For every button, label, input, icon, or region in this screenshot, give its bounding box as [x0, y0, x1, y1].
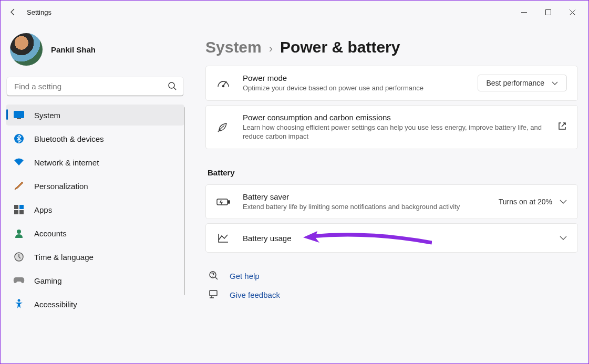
card-subtitle: Learn how choosing efficient power setti…	[243, 123, 545, 141]
sidebar-item-network[interactable]: Network & internet	[6, 152, 184, 173]
close-icon	[570, 9, 575, 15]
card-title: Battery saver	[243, 192, 486, 201]
search-box[interactable]	[7, 77, 183, 96]
card-title: Power consumption and carbon emissions	[243, 113, 545, 122]
sidebar-item-label: Accounts	[34, 229, 67, 238]
sidebar-item-label: Time & language	[34, 253, 94, 262]
svg-rect-21	[210, 290, 217, 296]
carbon-emissions-card[interactable]: Power consumption and carbon emissions L…	[205, 105, 578, 149]
svg-rect-10	[19, 205, 24, 209]
sidebar-item-gaming[interactable]: Gaming	[6, 270, 184, 291]
svg-line-5	[174, 88, 176, 90]
sidebar-item-apps[interactable]: Apps	[6, 199, 184, 220]
svg-point-4	[169, 82, 174, 88]
sidebar-item-label: Personalization	[34, 182, 88, 191]
breadcrumb: System › Power & battery	[205, 38, 578, 56]
leaf-icon	[216, 120, 230, 134]
svg-rect-11	[14, 210, 18, 214]
sidebar-item-label: Gaming	[34, 276, 62, 285]
search-icon	[168, 81, 177, 93]
arrow-left-icon	[9, 8, 17, 16]
back-button[interactable]	[5, 4, 22, 20]
search-input[interactable]	[7, 77, 183, 96]
clock-icon	[13, 251, 25, 263]
avatar	[10, 33, 43, 66]
main-content: System › Power & battery Power mode Opti…	[190, 24, 588, 363]
svg-point-15	[18, 299, 20, 302]
sidebar: Pankil Shah System Bluetooth & devices N…	[1, 24, 190, 363]
sidebar-item-label: Accessibility	[34, 300, 77, 309]
gauge-icon	[216, 76, 230, 90]
gamepad-icon	[13, 275, 25, 286]
svg-rect-7	[17, 118, 21, 119]
sidebar-item-label: System	[34, 111, 60, 120]
sidebar-item-personalization[interactable]: Personalization	[6, 175, 184, 196]
accessibility-icon	[13, 298, 25, 310]
svg-point-17	[223, 86, 224, 87]
close-button[interactable]	[560, 4, 584, 20]
svg-rect-6	[14, 111, 24, 118]
breadcrumb-root[interactable]: System	[205, 38, 262, 56]
give-feedback-link[interactable]: Give feedback	[205, 285, 578, 304]
profile-name: Pankil Shah	[51, 45, 96, 54]
dropdown-value: Best performance	[487, 79, 545, 87]
chevron-down-icon[interactable]	[560, 197, 567, 206]
title-bar: Settings	[1, 1, 588, 24]
help-links: Get help Give feedback	[205, 266, 578, 304]
battery-saver-card[interactable]: Battery saver Extend battery life by lim…	[205, 184, 578, 220]
profile-block[interactable]: Pankil Shah	[5, 24, 185, 77]
power-mode-dropdown[interactable]: Best performance	[478, 75, 567, 91]
svg-rect-19	[228, 201, 230, 203]
help-icon	[209, 271, 219, 281]
get-help-link[interactable]: Get help	[205, 266, 578, 285]
sidebar-item-label: Bluetooth & devices	[34, 134, 104, 143]
feedback-link-text: Give feedback	[230, 290, 280, 299]
person-icon	[13, 227, 25, 239]
bluetooth-icon	[13, 133, 25, 144]
chevron-down-icon	[552, 79, 558, 87]
external-link-icon[interactable]	[557, 121, 567, 132]
svg-line-16	[223, 81, 226, 86]
sidebar-item-label: Network & internet	[34, 158, 99, 167]
maximize-button[interactable]	[536, 4, 560, 20]
window-controls	[512, 4, 584, 20]
sidebar-item-time-language[interactable]: Time & language	[6, 246, 184, 267]
help-link-text: Get help	[230, 272, 260, 280]
chevron-down-icon[interactable]	[560, 234, 567, 242]
sidebar-item-accounts[interactable]: Accounts	[6, 223, 184, 244]
sidebar-item-system[interactable]: System	[6, 105, 184, 126]
wifi-icon	[13, 157, 25, 168]
svg-rect-1	[545, 9, 551, 15]
card-title: Power mode	[243, 74, 465, 82]
sidebar-item-bluetooth[interactable]: Bluetooth & devices	[6, 128, 184, 149]
battery-usage-card[interactable]: Battery usage	[205, 223, 578, 253]
brush-icon	[13, 180, 25, 192]
minimize-icon	[521, 9, 527, 15]
svg-point-13	[17, 230, 21, 234]
card-subtitle: Extend battery life by limiting some not…	[243, 202, 486, 212]
nav-list: System Bluetooth & devices Network & int…	[5, 105, 185, 315]
window-title: Settings	[27, 8, 51, 16]
svg-point-20	[210, 272, 216, 278]
card-subtitle: Optimize your device based on power use …	[243, 84, 465, 93]
maximize-icon	[545, 9, 551, 15]
battery-section-header: Battery	[208, 168, 578, 177]
chart-icon	[216, 231, 230, 245]
sidebar-item-accessibility[interactable]: Accessibility	[6, 294, 184, 315]
battery-saver-icon	[216, 195, 230, 209]
chevron-right-icon: ›	[269, 42, 273, 56]
feedback-icon	[209, 289, 219, 300]
minimize-button[interactable]	[512, 4, 536, 20]
apps-icon	[13, 204, 25, 215]
power-mode-card[interactable]: Power mode Optimize your device based on…	[205, 66, 578, 101]
svg-rect-9	[14, 205, 18, 209]
page-title: Power & battery	[280, 38, 400, 56]
battery-saver-status: Turns on at 20%	[499, 197, 552, 206]
svg-rect-12	[19, 210, 24, 214]
system-icon	[13, 109, 25, 121]
sidebar-item-label: Apps	[34, 205, 52, 214]
card-title: Battery usage	[243, 234, 547, 243]
